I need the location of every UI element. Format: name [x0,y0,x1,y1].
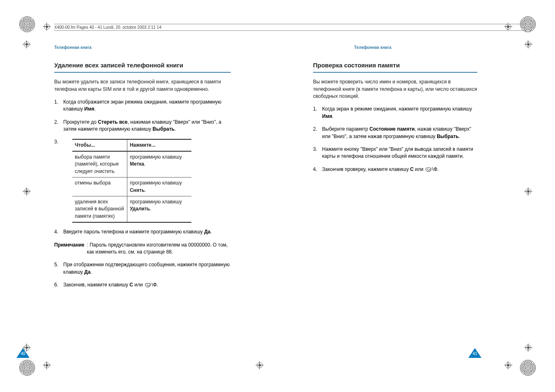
note-label: Примечание [54,242,85,256]
section-label: Телефонная книга [354,45,477,50]
table-row: выбора памяти (памятей), которые следует… [72,151,191,178]
registration-mark-icon [23,187,31,196]
note-body: : Пароль предустановлен изготовителем на… [87,242,231,256]
page-number-badge: 41 [468,348,481,358]
file-header: X400-00.fm Pages 40 - 41 Lundi, 20. octo… [54,24,531,31]
heading-memory-status: Проверка состояния памяти [313,61,477,73]
step-item: При отображении подтверждающего сообщени… [54,261,231,276]
page-right: Телефонная книга Проверка состояния памя… [313,45,477,347]
intro-text: Вы можете проверить число имен и номеров… [313,78,477,100]
step-3-table-wrap: 3. Чтобы... Нажмите... выбора памяти (па… [54,139,231,223]
step-item: Когда экран в режиме ожидания, нажмите п… [313,106,477,120]
steps-list-cont2: При отображении подтверждающего сообщени… [54,261,231,288]
table-header: Чтобы... [72,139,127,151]
registration-mark-icon [256,361,264,369]
heading-delete-all: Удаление всех записей телефонной книги [54,61,231,73]
printer-mark-circle [18,359,36,376]
registration-mark-icon [23,40,31,48]
page-number-badge: 40 [16,348,30,358]
page-left: Телефонная книга Удаление всех записей т… [54,45,231,347]
instruction-table: Чтобы... Нажмите... выбора памяти (памят… [72,139,191,223]
printer-mark-circle [18,16,36,33]
table-header: Нажмите... [127,139,191,151]
phone-end-icon [426,168,431,172]
step-item: Прокрутите до Стереть все, нажимая клави… [54,119,231,133]
step-item: Закончив проверку, нажмите клавишу C или… [313,166,477,173]
table-row: удаления всех записей в выбранной памяти… [72,196,191,222]
section-label: Телефонная книга [54,45,231,50]
steps-list: Когда отображается экран режима ожидания… [54,99,231,133]
page-spread: Телефонная книга Удаление всех записей т… [54,45,531,347]
table-row: отмены выбора программную клавишу Снять. [72,178,191,196]
registration-mark-icon [43,361,51,369]
steps-list: Когда экран в режиме ожидания, нажмите п… [313,106,477,173]
step-item: Выберите параметр Состояние памяти, нажа… [313,126,477,140]
step-item: Введите пароль телефона и нажмите програ… [54,228,231,235]
intro-text: Вы можете удалить все записи телефонной … [54,78,231,93]
step-item: Нажмите кнопку "Вверх" или "Вниз" для вы… [313,146,477,160]
registration-mark-icon [43,23,51,31]
step-item: Когда отображается экран режима ожидания… [54,99,231,113]
step-item: Закончив, нажмите клавишу C или \Ф. [54,281,231,288]
steps-list-cont: Введите пароль телефона и нажмите програ… [54,228,231,235]
phone-end-icon [145,283,151,287]
note: Примечание : Пароль предустановлен изгот… [54,242,231,256]
registration-mark-icon [504,361,512,369]
step-number: 3. [54,139,60,223]
table-header-row: Чтобы... Нажмите... [72,139,191,151]
printer-mark-circle [519,359,537,376]
